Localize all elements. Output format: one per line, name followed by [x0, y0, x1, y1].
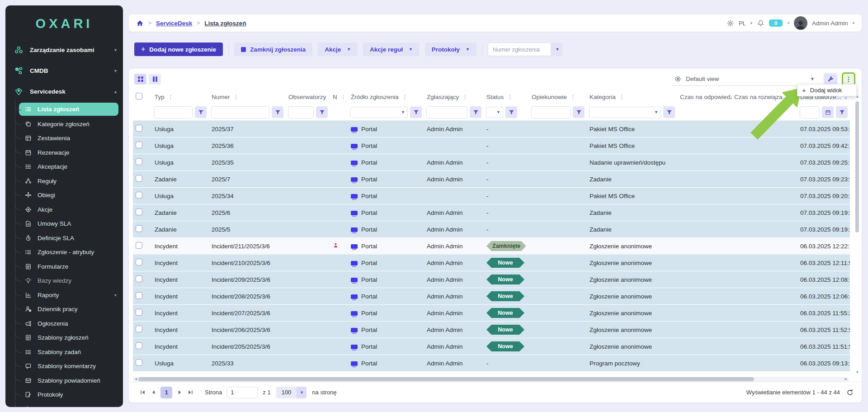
column-header-typ[interactable]: Typ⋮	[152, 90, 209, 104]
ticket-row-2025-34[interactable]: Usługa2025/34Portal-Pakiet MS Office07.0…	[133, 188, 850, 204]
filter-funnel-button[interactable]	[195, 106, 207, 118]
sidebar-item-ogloszenia[interactable]: Ogłoszenia	[5, 317, 123, 331]
page-size-select[interactable]: 100 ▼	[276, 387, 307, 398]
ticket-row-incident-211-2025-3-6[interactable]: IncydentIncident/211/2025/3/6PortalAdmin…	[133, 238, 850, 255]
previous-page-button[interactable]	[148, 387, 159, 398]
columns-view-button[interactable]	[149, 74, 161, 85]
sidebar-item-definicje-sla[interactable]: Definicje SLA	[5, 231, 123, 246]
column-filter-select[interactable]	[589, 107, 661, 118]
horizontal-scrollbar[interactable]: ◄ ►	[133, 377, 849, 382]
column-menu-icon[interactable]: ⋮	[507, 94, 513, 100]
column-header-status[interactable]: Status⋮	[484, 90, 529, 104]
grid-view-button[interactable]	[134, 74, 146, 85]
sidebar-item-akcje[interactable]: Akcje	[5, 203, 123, 217]
filter-funnel-button[interactable]	[505, 106, 517, 118]
column-header-numer[interactable]: Numer⋮	[209, 90, 286, 104]
close-tickets-button[interactable]: Zamknij zgłoszenia	[234, 43, 312, 56]
sidebar-item-kategorie-zgloszen[interactable]: Kategorie zgłoszeń	[5, 117, 123, 132]
scroll-down-arrow[interactable]: ▼	[855, 370, 860, 374]
ticket-row-2025-36[interactable]: Usługa2025/36Portal-Pakiet MS Office07.0…	[133, 137, 850, 154]
column-filter-input[interactable]	[288, 106, 314, 118]
sidebar-item-szablony-powiadomien[interactable]: Szablony powiadomień	[5, 374, 123, 388]
row-checkbox[interactable]	[136, 225, 142, 232]
row-checkbox[interactable]	[136, 208, 142, 215]
scroll-right-arrow[interactable]: ►	[844, 377, 848, 382]
ticket-row-2025-33[interactable]: Usługa2025/33PortalAdmin Admin-Program p…	[133, 355, 850, 372]
ticket-number-dropdown-button[interactable]: ▼	[551, 43, 562, 56]
akcje-regul-menu-button[interactable]: Akcje reguł ▼	[363, 43, 420, 56]
sidebar-item-konfiguracja[interactable]: Konfiguracja	[5, 402, 123, 407]
calendar-filter-button[interactable]	[822, 106, 834, 118]
user-menu[interactable]: Admin Admin	[812, 20, 848, 27]
sidebar-item-zestawienia[interactable]: Zestawienia	[5, 131, 123, 146]
filter-funnel-button[interactable]	[836, 106, 848, 118]
column-menu-icon[interactable]: ⋮	[168, 94, 174, 100]
sidebar-item-reguly[interactable]: Reguły	[5, 174, 123, 189]
row-checkbox[interactable]	[136, 175, 142, 182]
avatar[interactable]	[794, 16, 807, 30]
sidebar-item-umowy-sla[interactable]: Umowy SLA	[5, 217, 123, 231]
add-ticket-button[interactable]: + Dodaj nowe zgłoszenie	[134, 43, 223, 56]
column-header-obserwatorzy[interactable]: Obserwatorzy⋮	[286, 90, 330, 104]
sidebar-item-raporty[interactable]: Raporty▾	[5, 288, 123, 303]
table-settings-button[interactable]	[824, 73, 837, 85]
ticket-row-2025-5[interactable]: Zadanie2025/5PortalAdmin Admin-Zadanie07…	[133, 221, 850, 238]
column-menu-icon[interactable]: ⋮	[340, 94, 346, 100]
ticket-row-incident-209-2025-3-6[interactable]: IncydentIncident/209/2025/3/6PortalAdmin…	[133, 271, 850, 288]
chevron-down-icon[interactable]: ▾	[750, 21, 753, 25]
column-menu-icon[interactable]: ⋮	[791, 94, 797, 100]
akcje-menu-button[interactable]: Akcje ▼	[318, 43, 358, 56]
date-filter-input[interactable]	[800, 106, 820, 118]
sidebar-item-servicedesk[interactable]: Servicedesk▴	[5, 81, 123, 102]
row-checkbox[interactable]	[136, 292, 142, 299]
last-page-button[interactable]	[185, 387, 196, 398]
column-filter-input[interactable]	[426, 106, 467, 118]
ticket-row-incident-205-2025-3-6[interactable]: IncydentIncident/205/2025/3/6PortalAdmin…	[133, 338, 850, 355]
sidebar-item-szablony-zadan[interactable]: Szablony zadań	[5, 345, 123, 360]
row-checkbox[interactable]	[136, 142, 142, 148]
protokoly-menu-button[interactable]: Protokoły ▼	[425, 43, 476, 56]
column-header-czas_roz[interactable]: Czas na rozwiąza...⋮	[731, 90, 797, 104]
row-checkbox[interactable]	[136, 359, 142, 366]
row-checkbox[interactable]	[136, 192, 142, 199]
row-checkbox[interactable]	[136, 125, 142, 132]
ticket-row-incident-206-2025-3-6[interactable]: IncydentIncident/206/2025/3/6PortalAdmin…	[133, 322, 850, 338]
ticket-row-incident-210-2025-3-6[interactable]: IncydentIncident/210/2025/3/6PortalAdmin…	[133, 255, 850, 271]
page-number-input[interactable]	[226, 387, 258, 398]
row-checkbox[interactable]	[136, 242, 142, 249]
column-menu-icon[interactable]: ⋮	[233, 94, 239, 100]
column-filter-input[interactable]	[154, 106, 193, 118]
sidebar-item-bazy-wiedzy[interactable]: Bazy wiedzy	[5, 274, 123, 288]
row-checkbox[interactable]	[136, 259, 142, 265]
ticket-row-incident-208-2025-3-6[interactable]: IncydentIncident/208/2025/3/6PortalAdmin…	[133, 288, 850, 305]
ticket-number-input[interactable]	[488, 43, 551, 56]
column-menu-icon[interactable]: ⋮	[570, 94, 576, 100]
ticket-row-2025-7[interactable]: Zadanie2025/7PortalAdmin Admin-Zadanie07…	[133, 171, 850, 188]
column-filter-input[interactable]	[211, 106, 269, 118]
column-menu-icon[interactable]: ⋮	[462, 94, 468, 100]
sidebar-item-rezerwacje[interactable]: Rezerwacje	[5, 146, 123, 160]
column-menu-icon[interactable]: ⋮	[619, 94, 625, 100]
select-all-checkbox[interactable]	[136, 93, 142, 99]
horizontal-scrollbar-thumb[interactable]	[138, 377, 754, 381]
add-view-popup[interactable]: + Dodaj widok	[797, 84, 857, 96]
vertical-scrollbar-thumb[interactable]	[855, 101, 859, 232]
sidebar-item-zarzadzanie-zasobami[interactable]: Zarządzanie zasobami▾	[5, 39, 123, 60]
current-page-button[interactable]: 1	[160, 387, 172, 398]
ticket-row-2025-6[interactable]: Zadanie2025/6PortalAdmin Admin-Zadanie07…	[133, 204, 850, 221]
filter-funnel-button[interactable]	[316, 106, 328, 118]
chevron-down-icon[interactable]: ▾	[852, 21, 854, 25]
column-header-n[interactable]: N⋮	[330, 90, 348, 104]
breadcrumb-servicedesk-link[interactable]: ServiceDesk	[156, 20, 192, 27]
home-icon[interactable]	[136, 19, 144, 27]
breadcrumb-current-page[interactable]: Lista zgłoszeń	[204, 20, 246, 27]
column-header-zglaszajacy[interactable]: Zgłaszający⋮	[424, 90, 484, 104]
column-header-kategoria[interactable]: Kategoria⋮	[587, 90, 677, 104]
notification-count-badge[interactable]: 0	[769, 19, 783, 27]
sidebar-item-zgloszenie-atrybuty[interactable]: Zgłoszenie - atrybuty	[5, 245, 123, 260]
row-checkbox[interactable]	[136, 275, 142, 282]
column-header-czas_odp[interactable]: Czas na odpowiedź⋮	[677, 90, 731, 104]
row-checkbox[interactable]	[136, 342, 142, 349]
ticket-row-incident-207-2025-3-6[interactable]: IncydentIncident/207/2025/3/6PortalAdmin…	[133, 305, 850, 322]
row-checkbox[interactable]	[136, 309, 142, 316]
